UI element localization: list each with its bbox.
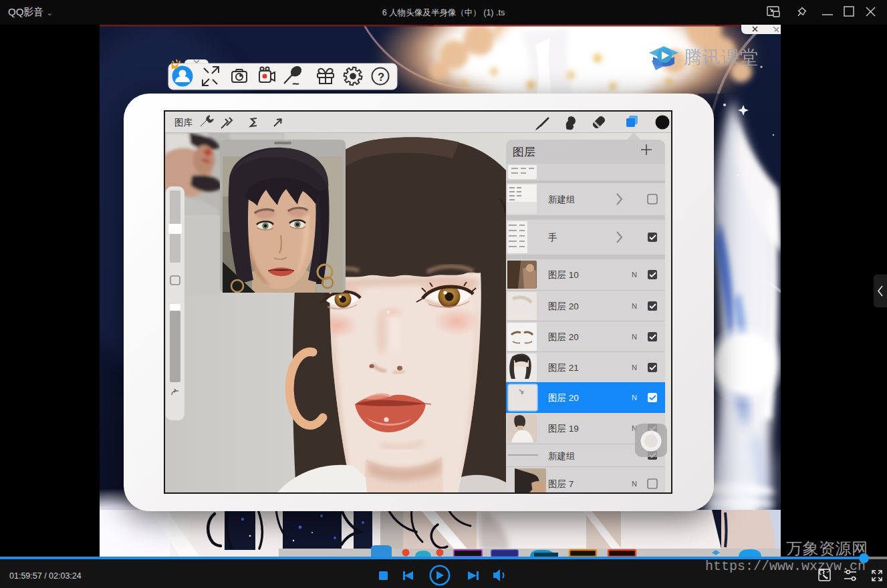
svg-text:图层 19: 图层 19 [548, 424, 579, 434]
svg-text:图层 7: 图层 7 [548, 479, 574, 489]
svg-text:N: N [632, 480, 637, 488]
svg-text:N: N [632, 302, 637, 310]
svg-text:?: ? [378, 71, 384, 83]
svg-text:图层 10: 图层 10 [548, 270, 579, 280]
svg-text:手: 手 [548, 233, 557, 243]
svg-text:N: N [632, 333, 637, 341]
svg-text:N: N [632, 363, 637, 372]
svg-text:图层 20: 图层 20 [548, 393, 579, 403]
svg-text:新建组: 新建组 [548, 451, 576, 461]
svg-text:N: N [632, 271, 637, 279]
svg-text:图库: 图库 [174, 118, 193, 128]
svg-text:图层 21: 图层 21 [548, 363, 579, 373]
svg-text:腾讯课堂: 腾讯课堂 [684, 47, 759, 67]
svg-text:图层 20: 图层 20 [548, 301, 579, 311]
svg-text:图层 20: 图层 20 [548, 332, 579, 342]
svg-text:新建组: 新建组 [548, 194, 576, 204]
svg-text:N: N [632, 394, 637, 402]
svg-text:图层: 图层 [513, 146, 535, 158]
